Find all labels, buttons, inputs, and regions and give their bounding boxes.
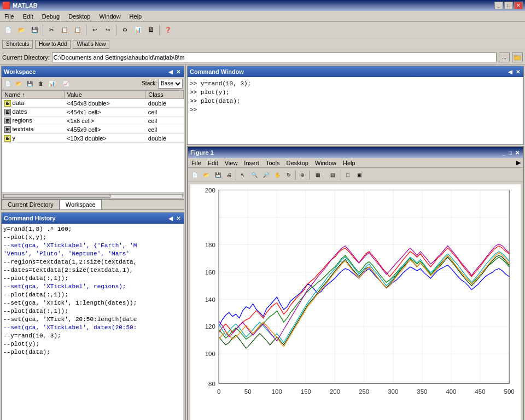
cut-button[interactable]: ✂ xyxy=(45,24,57,36)
fig-tb-sep1 xyxy=(236,170,236,180)
fig-new-button[interactable]: 📄 xyxy=(189,170,200,180)
cmd-win-undock[interactable]: ◀ xyxy=(507,69,514,75)
toolbar-sep-4 xyxy=(159,25,160,36)
table-row[interactable]: ⊞ regions <1x8 cell> cell xyxy=(2,116,184,125)
cmd-history-line: --set(gca, 'XTick', 20:50:length(date xyxy=(3,316,182,324)
table-row[interactable]: ⊞ y <10x3 double> double xyxy=(2,134,184,143)
col-name-header[interactable]: Name ↑ xyxy=(2,91,65,99)
menu-debug[interactable]: Debug xyxy=(38,12,64,21)
guide-button[interactable]: 🖼 xyxy=(145,24,157,36)
cmd-history-close[interactable]: ✕ xyxy=(175,215,182,221)
fig-subplot-button[interactable]: ▣ xyxy=(354,170,365,180)
fig-menu-window[interactable]: Window xyxy=(312,159,340,167)
ws-plot-button[interactable]: 📊 xyxy=(46,79,56,89)
col-value-header[interactable]: Value xyxy=(65,91,146,99)
workspace-undock-button[interactable]: ◀ xyxy=(167,69,174,75)
ws-open-button[interactable]: 📂 xyxy=(14,79,24,89)
ws-graphplot-button[interactable]: 📈 xyxy=(57,79,74,89)
open-button[interactable]: 📂 xyxy=(15,24,27,36)
simulink-button[interactable]: ⚙ xyxy=(119,24,131,36)
fig-arrow-button[interactable]: ▶ xyxy=(514,159,523,166)
fig-menu-insert[interactable]: Insert xyxy=(241,159,262,167)
menu-help[interactable]: Help xyxy=(125,12,147,21)
workspace-tabs: Current Directory Workspace xyxy=(2,199,184,209)
cd-input[interactable] xyxy=(52,52,497,62)
copy-button[interactable]: 📋 xyxy=(59,24,71,36)
ws-new-var-button[interactable]: 📄 xyxy=(3,79,13,89)
svg-text:300: 300 xyxy=(388,388,398,395)
cd-browse-button[interactable]: ... xyxy=(499,52,510,62)
workspace-scrollbar[interactable] xyxy=(2,192,184,199)
ws-cell-name: ⊞ regions xyxy=(2,116,65,125)
fig-menu-tools[interactable]: Tools xyxy=(262,159,283,167)
workspace-header: Workspace ◀ ✕ xyxy=(2,66,184,77)
fig-colorbar-button[interactable]: ▦ xyxy=(311,170,325,180)
stack-select[interactable]: Base xyxy=(158,79,183,89)
menu-desktop[interactable]: Desktop xyxy=(64,12,95,21)
cd-go-button[interactable] xyxy=(512,52,523,62)
paste-button[interactable]: 📋 xyxy=(72,24,84,36)
table-row[interactable]: ⊞ dates <454x1 cell> cell xyxy=(2,108,184,116)
menu-file[interactable]: File xyxy=(0,12,19,21)
cmd-history-header: Command History ◀ ✕ xyxy=(2,213,184,224)
maximize-button[interactable]: □ xyxy=(504,2,513,9)
fig-menu-help[interactable]: Help xyxy=(340,159,359,167)
cmd-history-undock[interactable]: ◀ xyxy=(167,215,174,221)
fig-data-cursor-button[interactable]: ⊕ xyxy=(297,170,308,180)
save-button[interactable]: 💾 xyxy=(28,24,40,36)
svg-text:150: 150 xyxy=(301,388,311,395)
whats-new-button[interactable]: What's New xyxy=(73,40,109,49)
fig-menu-edit[interactable]: Edit xyxy=(205,159,221,167)
fig-legend-button[interactable]: ▤ xyxy=(325,170,340,180)
minimize-button[interactable]: _ xyxy=(494,2,503,9)
fig-menu-desktop[interactable]: Desktop xyxy=(283,159,312,167)
new-file-button[interactable]: 📄 xyxy=(2,24,14,36)
ws-cell-value: <1x8 cell> xyxy=(65,116,146,125)
table-row[interactable]: ⊞ textdata <455x9 cell> cell xyxy=(2,125,184,134)
menu-edit[interactable]: Edit xyxy=(19,12,38,21)
fig-plot-tools-button[interactable]: □ xyxy=(342,170,353,180)
folder-icon xyxy=(514,54,521,61)
ws-cell-class: cell xyxy=(146,116,184,125)
fig-close[interactable]: ✕ xyxy=(514,150,521,156)
fig-pointer-button[interactable]: ↖ xyxy=(237,170,248,180)
ws-delete-button[interactable]: 🗑 xyxy=(36,79,45,89)
how-to-add-button[interactable]: How to Add xyxy=(35,40,71,49)
svg-rect-1 xyxy=(514,55,517,56)
fig-maximize[interactable]: □ xyxy=(508,150,513,156)
tab-current-directory[interactable]: Current Directory xyxy=(2,200,60,209)
ws-cell-value: <454x8 double> xyxy=(65,99,146,108)
ws-save-button[interactable]: 💾 xyxy=(25,79,34,89)
help-button[interactable]: ❓ xyxy=(162,24,174,36)
svg-text:450: 450 xyxy=(475,388,486,395)
fig-menu-view[interactable]: View xyxy=(221,159,241,167)
undo-button[interactable]: ↩ xyxy=(89,24,101,36)
fig-zoom-in-button[interactable]: 🔍 xyxy=(249,170,260,180)
cmd-win-line: >> xyxy=(190,106,521,114)
var-icon: ⊞ xyxy=(4,126,11,133)
svg-text:100: 100 xyxy=(205,351,215,357)
tab-workspace[interactable]: Workspace xyxy=(60,200,102,209)
fig-rotate-button[interactable]: ↻ xyxy=(283,170,294,180)
shortcuts-button[interactable]: Shortcuts xyxy=(2,40,33,49)
fig-zoom-out-button[interactable]: 🔎 xyxy=(260,170,271,180)
fig-print-button[interactable]: 🖨 xyxy=(224,170,235,180)
menu-window[interactable]: Window xyxy=(95,12,125,21)
redo-button[interactable]: ↪ xyxy=(102,24,114,36)
table-row[interactable]: ⊞ data <454x8 double> double xyxy=(2,99,184,108)
scrollthumb[interactable] xyxy=(3,195,110,198)
fig-menu-file[interactable]: File xyxy=(188,159,205,167)
close-button[interactable]: ✕ xyxy=(514,2,523,9)
workspace-close-button[interactable]: ✕ xyxy=(175,69,182,75)
cmd-win-close[interactable]: ✕ xyxy=(515,69,521,75)
col-class-header[interactable]: Class xyxy=(146,91,184,99)
fig-pan-button[interactable]: ✋ xyxy=(272,170,283,180)
ws-cell-name: ⊞ y xyxy=(2,134,65,143)
plot-button[interactable]: 📊 xyxy=(132,24,144,36)
fig-save-button[interactable]: 💾 xyxy=(212,170,223,180)
fig-minimize[interactable]: _ xyxy=(501,150,506,156)
plot-svg: 80 100 120 140 160 180 200 0 50 100 150 … xyxy=(190,184,521,401)
cmd-win-content[interactable]: >> y=rand(10, 3);>> plot(y);>> plot(data… xyxy=(188,77,523,144)
var-icon: ⊞ xyxy=(4,118,11,124)
fig-open-button[interactable]: 📂 xyxy=(201,170,212,180)
